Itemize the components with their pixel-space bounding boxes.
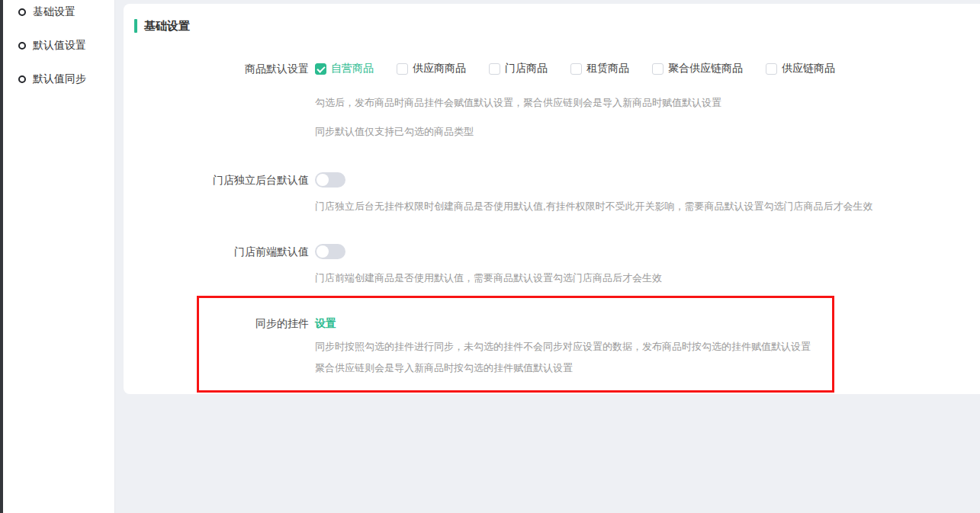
checkbox-store-product[interactable]: 门店商品 bbox=[489, 62, 548, 75]
sidebar-item-default-value-settings[interactable]: 默认值设置 bbox=[18, 35, 114, 56]
settings-sidebar: 基础设置 默认值设置 默认值同步 bbox=[3, 0, 115, 513]
checkbox-box-icon bbox=[397, 63, 408, 75]
field-label-product-default: 商品默认设置 bbox=[124, 61, 309, 76]
field-label-store-front-default: 门店前端默认值 bbox=[124, 244, 309, 259]
radio-circle-icon bbox=[18, 8, 26, 16]
hint-text: 门店独立后台无挂件权限时创建商品是否使用默认值,有挂件权限时不受此开关影响，需要… bbox=[315, 200, 980, 213]
toggle-knob bbox=[316, 245, 329, 258]
checkbox-supply-chain-product[interactable]: 供应链商品 bbox=[766, 62, 835, 75]
radio-circle-icon bbox=[18, 42, 26, 50]
hint-text: 聚合供应链则会是导入新商品时按勾选的挂件赋值默认设置 bbox=[315, 361, 980, 375]
checkbox-label: 自营商品 bbox=[331, 62, 374, 75]
row-product-default: 商品默认设置 自营商品 供应商商品 门店商品 bbox=[124, 61, 980, 139]
sync-widgets-settings-link[interactable]: 设置 bbox=[315, 316, 336, 331]
hint-text: 同步时按照勾选的挂件进行同步，未勾选的挂件不会同步对应设置的数据，发布商品时按勾… bbox=[315, 340, 980, 354]
row-sync-widgets: 同步的挂件 设置 同步时按照勾选的挂件进行同步，未勾选的挂件不会同步对应设置的数… bbox=[124, 316, 980, 375]
field-label-sync-widgets: 同步的挂件 bbox=[124, 316, 309, 331]
checkbox-label: 供应链商品 bbox=[782, 62, 835, 75]
checkbox-box-icon bbox=[315, 63, 326, 75]
section-title: 基础设置 bbox=[144, 19, 190, 34]
row-store-backend-default: 门店独立后台默认值 门店独立后台无挂件权限时创建商品是否使用默认值,有挂件权限时… bbox=[124, 172, 980, 213]
checkbox-label: 租赁商品 bbox=[586, 62, 629, 75]
checkbox-label: 门店商品 bbox=[505, 62, 548, 75]
sidebar-item-label: 基础设置 bbox=[33, 5, 76, 19]
hint-text: 同步默认值仅支持已勾选的商品类型 bbox=[315, 125, 980, 139]
section-header: 基础设置 bbox=[134, 4, 980, 34]
toggle-store-backend-default[interactable] bbox=[315, 172, 345, 188]
checkbox-aggregated-supply-chain-product[interactable]: 聚合供应链商品 bbox=[652, 62, 743, 75]
field-label-store-backend-default: 门店独立后台默认值 bbox=[124, 172, 309, 188]
settings-form: 商品默认设置 自营商品 供应商商品 门店商品 bbox=[124, 61, 980, 375]
sidebar-item-default-value-sync[interactable]: 默认值同步 bbox=[18, 69, 114, 90]
product-type-checkbox-group: 自营商品 供应商商品 门店商品 租赁商品 bbox=[315, 61, 980, 76]
checkbox-box-icon bbox=[766, 63, 777, 75]
checkbox-box-icon bbox=[489, 63, 500, 75]
checkbox-box-icon bbox=[570, 63, 582, 75]
checkbox-supplier-product[interactable]: 供应商商品 bbox=[397, 62, 466, 75]
checkbox-box-icon bbox=[652, 63, 664, 75]
toggle-store-front-default[interactable] bbox=[315, 244, 345, 259]
section-accent-bar bbox=[134, 19, 137, 33]
checkbox-label: 聚合供应链商品 bbox=[668, 62, 743, 75]
settings-panel: 基础设置 商品默认设置 自营商品 供应商商品 bbox=[124, 4, 980, 394]
sidebar-item-basic-settings[interactable]: 基础设置 bbox=[18, 2, 114, 23]
checkbox-rental-product[interactable]: 租赁商品 bbox=[570, 62, 629, 75]
checkbox-label: 供应商商品 bbox=[413, 62, 466, 75]
sidebar-item-label: 默认值设置 bbox=[33, 39, 86, 53]
toggle-knob bbox=[316, 174, 329, 186]
hint-text: 门店前端创建商品是否使用默认值，需要商品默认设置勾选门店商品后才会生效 bbox=[315, 271, 980, 285]
radio-circle-icon bbox=[18, 75, 26, 83]
hint-text: 勾选后，发布商品时商品挂件会赋值默认设置，聚合供应链则会是导入新商品时赋值默认设… bbox=[315, 96, 980, 110]
checkbox-self-operated-product[interactable]: 自营商品 bbox=[315, 62, 374, 75]
row-store-front-default: 门店前端默认值 门店前端创建商品是否使用默认值，需要商品默认设置勾选门店商品后才… bbox=[124, 244, 980, 285]
sidebar-item-label: 默认值同步 bbox=[33, 72, 86, 86]
